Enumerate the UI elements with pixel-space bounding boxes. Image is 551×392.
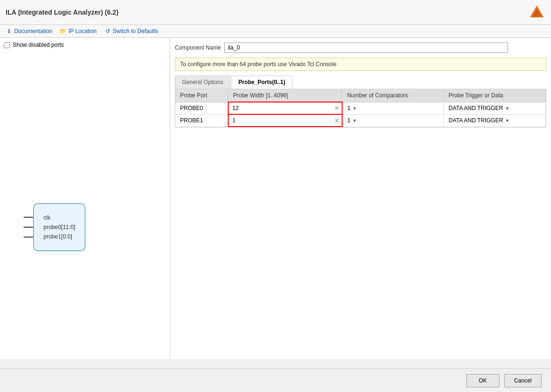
info-banner-text: To configure more than 64 probe ports us… xyxy=(180,61,336,68)
show-disabled-ports-label: Show disabled ports xyxy=(13,42,64,48)
probe-width-input-1[interactable] xyxy=(229,115,342,126)
toolbar: ℹ Documentation 📁 IP Location ↺ Switch t… xyxy=(0,25,551,38)
component-name-input[interactable] xyxy=(224,43,508,53)
trigger-dropdown-arrow-0[interactable]: ▼ xyxy=(505,106,510,111)
component-name-row: Component Name xyxy=(175,43,546,53)
probe-table: Probe Port Probe Width [1..4096] Number … xyxy=(175,89,546,127)
probe-width-cell-1: ✕ xyxy=(228,114,342,127)
col-header-num-comparators: Number of Comparators xyxy=(342,89,444,102)
table-row: PROBE1 ✕ 1 ▼ xyxy=(175,114,546,127)
documentation-label: Documentation xyxy=(14,28,52,34)
probe-port-1: PROBE1 xyxy=(175,114,228,127)
comparator-dropdown-arrow-1[interactable]: ▼ xyxy=(353,118,357,123)
component-name-label: Component Name xyxy=(175,44,221,51)
col-header-trigger-data: Probe Trigger or Data xyxy=(444,89,546,102)
table-header-row: Probe Port Probe Width [1..4096] Number … xyxy=(175,89,546,102)
documentation-button[interactable]: ℹ Documentation xyxy=(6,28,52,34)
clear-btn-0[interactable]: ✕ xyxy=(334,105,340,111)
ip-location-button[interactable]: 📁 IP Location xyxy=(60,28,97,34)
probe1-label: probe1[0:0] xyxy=(43,233,75,240)
tab-general-options[interactable]: General Options xyxy=(175,76,230,89)
switch-defaults-button[interactable]: ↺ Switch to Defaults xyxy=(104,28,158,34)
info-icon: ℹ xyxy=(6,28,12,34)
diagram-box: clk probe0[11:0] probe1[0:0] xyxy=(33,203,86,251)
show-disabled-ports-row: Show disabled ports xyxy=(4,42,166,48)
tabs: General Options Probe_Ports(0..1) xyxy=(175,76,546,89)
num-comparators-0: 1 ▼ xyxy=(342,102,444,114)
footer: OK Cancel xyxy=(0,368,551,392)
trigger-data-1: DATA AND TRIGGER ▼ xyxy=(444,114,546,127)
refresh-icon: ↺ xyxy=(104,28,111,34)
col-header-probe-width: Probe Width [1..4096] xyxy=(228,89,342,102)
trigger-data-0: DATA AND TRIGGER ▼ xyxy=(444,102,546,114)
comparator-dropdown-arrow-0[interactable]: ▼ xyxy=(353,106,357,111)
table-container: Probe Port Probe Width [1..4096] Number … xyxy=(175,89,546,128)
ip-location-label: IP Location xyxy=(69,28,97,34)
cancel-button[interactable]: Cancel xyxy=(504,374,542,387)
probe-port-0: PROBE0 xyxy=(175,102,228,114)
location-icon: 📁 xyxy=(60,28,67,34)
table-row: PROBE0 ✕ 1 ▼ xyxy=(175,102,546,114)
trigger-dropdown-arrow-1[interactable]: ▼ xyxy=(505,118,510,123)
title-bar: ILA (Integrated Logic Analyzer) (6.2) xyxy=(0,0,551,25)
clk-label: clk xyxy=(43,214,75,221)
show-disabled-ports-checkbox[interactable] xyxy=(4,42,10,48)
right-panel: Component Name To configure more than 64… xyxy=(170,38,551,359)
left-panel: Show disabled ports xyxy=(0,38,170,359)
ok-button[interactable]: OK xyxy=(466,374,499,387)
switch-defaults-label: Switch to Defaults xyxy=(113,28,158,34)
tab-probe-ports[interactable]: Probe_Ports(0..1) xyxy=(231,76,292,89)
main-content: Show disabled ports xyxy=(0,38,551,359)
window-title: ILA (Integrated Logic Analyzer) (6.2) xyxy=(6,9,119,16)
info-banner: To configure more than 64 probe ports us… xyxy=(175,58,546,71)
xilinx-logo xyxy=(528,4,545,21)
num-comparators-1: 1 ▼ xyxy=(342,114,444,127)
col-header-probe-port: Probe Port xyxy=(175,89,228,102)
probe0-label: probe0[11:0] xyxy=(43,224,75,230)
probe-width-cell-0: ✕ xyxy=(228,102,342,114)
clear-btn-1[interactable]: ✕ xyxy=(334,117,340,124)
probe-width-input-0[interactable] xyxy=(229,102,342,114)
component-diagram: clk probe0[11:0] probe1[0:0] xyxy=(24,203,118,251)
